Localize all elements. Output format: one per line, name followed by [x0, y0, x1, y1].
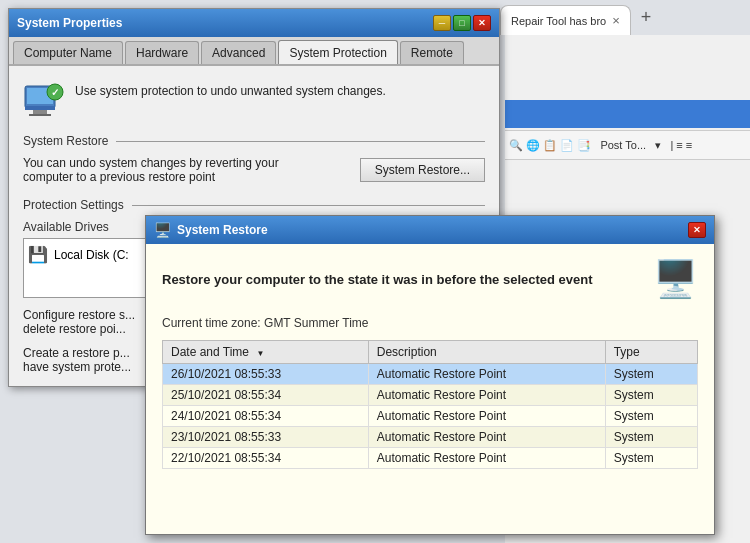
cell-type: System: [605, 427, 697, 448]
svg-rect-3: [33, 110, 47, 114]
svg-rect-4: [29, 114, 51, 116]
svg-text:✓: ✓: [51, 87, 59, 98]
tab-advanced[interactable]: Advanced: [201, 41, 276, 64]
sr-titlebar: 🖥️ System Restore ✕: [146, 216, 714, 244]
col-datetime[interactable]: Date and Time ▼: [163, 341, 369, 364]
browser-blue-bar: [505, 100, 750, 128]
tab-close-button[interactable]: ×: [612, 13, 620, 28]
cell-datetime: 26/10/2021 08:55:33: [163, 364, 369, 385]
minimize-button[interactable]: ─: [433, 15, 451, 31]
drive-name: Local Disk (C:: [54, 248, 129, 262]
browser-toolbar: 🔍 🌐 📋 📄 📑 Post To... ▾ | ≡ ≡: [505, 130, 750, 160]
col-description[interactable]: Description: [368, 341, 605, 364]
restore-point-row[interactable]: 23/10/2021 08:55:33Automatic Restore Poi…: [163, 427, 698, 448]
system-protection-icon: ✓: [23, 78, 65, 120]
svg-rect-2: [25, 106, 55, 110]
restore-points-table: Date and Time ▼ Description Type 26/10/2…: [162, 340, 698, 469]
sr-title-icon: 🖥️: [154, 222, 171, 238]
sr-bold-description: Restore your computer to the state it wa…: [162, 258, 698, 300]
browser-tab-bar: Repair Tool has bro × +: [500, 0, 750, 35]
window-controls: ─ □ ✕: [433, 15, 491, 31]
system-props-titlebar: System Properties ─ □ ✕: [9, 9, 499, 37]
sp-header-description: Use system protection to undo unwanted s…: [75, 78, 386, 98]
tab-label: Repair Tool has bro: [511, 15, 606, 27]
toolbar-icons: 🔍 🌐 📋 📄 📑 Post To... ▾ | ≡ ≡: [509, 139, 692, 152]
sort-arrow-datetime: ▼: [256, 349, 264, 358]
tab-computer-name[interactable]: Computer Name: [13, 41, 123, 64]
restore-point-row[interactable]: 26/10/2021 08:55:33Automatic Restore Poi…: [163, 364, 698, 385]
new-tab-button[interactable]: +: [635, 7, 658, 28]
cell-type: System: [605, 364, 697, 385]
sr-close-button[interactable]: ✕: [688, 222, 706, 238]
tab-strip: Computer Name Hardware Advanced System P…: [9, 37, 499, 66]
system-restore-dialog: 🖥️ System Restore ✕ Restore your compute…: [145, 215, 715, 535]
sr-body: Restore your computer to the state it wa…: [146, 244, 714, 534]
tab-system-protection[interactable]: System Protection: [278, 40, 397, 64]
cell-description: Automatic Restore Point: [368, 448, 605, 469]
sr-computer-icon: 🖥️: [653, 258, 698, 300]
tab-remote[interactable]: Remote: [400, 41, 464, 64]
divider-line: [116, 141, 485, 142]
drive-icon: 💾: [28, 245, 48, 264]
system-props-title: System Properties: [17, 16, 433, 30]
restore-point-row[interactable]: 25/10/2021 08:55:34Automatic Restore Poi…: [163, 385, 698, 406]
restore-point-row[interactable]: 22/10/2021 08:55:34Automatic Restore Poi…: [163, 448, 698, 469]
divider-line-2: [132, 205, 485, 206]
cell-datetime: 24/10/2021 08:55:34: [163, 406, 369, 427]
cell-datetime: 25/10/2021 08:55:34: [163, 385, 369, 406]
tab-hardware[interactable]: Hardware: [125, 41, 199, 64]
system-restore-row: You can undo system changes by reverting…: [23, 156, 485, 184]
sr-dialog-title: System Restore: [177, 223, 688, 237]
system-restore-divider: System Restore: [23, 134, 485, 148]
cell-description: Automatic Restore Point: [368, 427, 605, 448]
close-button[interactable]: ✕: [473, 15, 491, 31]
cell-datetime: 23/10/2021 08:55:33: [163, 427, 369, 448]
cell-description: Automatic Restore Point: [368, 406, 605, 427]
cell-description: Automatic Restore Point: [368, 364, 605, 385]
sp-header-row: ✓ Use system protection to undo unwanted…: [23, 78, 485, 120]
protection-settings-divider: Protection Settings: [23, 198, 485, 212]
maximize-button[interactable]: □: [453, 15, 471, 31]
cell-description: Automatic Restore Point: [368, 385, 605, 406]
cell-type: System: [605, 406, 697, 427]
protection-settings-label: Protection Settings: [23, 198, 124, 212]
sr-timezone-text: Current time zone: GMT Summer Time: [162, 316, 698, 330]
cell-type: System: [605, 385, 697, 406]
cell-datetime: 22/10/2021 08:55:34: [163, 448, 369, 469]
restore-point-row[interactable]: 24/10/2021 08:55:34Automatic Restore Poi…: [163, 406, 698, 427]
browser-tab[interactable]: Repair Tool has bro ×: [500, 5, 631, 35]
col-type[interactable]: Type: [605, 341, 697, 364]
cell-type: System: [605, 448, 697, 469]
system-restore-button[interactable]: System Restore...: [360, 158, 485, 182]
system-restore-description: You can undo system changes by reverting…: [23, 156, 350, 184]
system-restore-section-label: System Restore: [23, 134, 108, 148]
